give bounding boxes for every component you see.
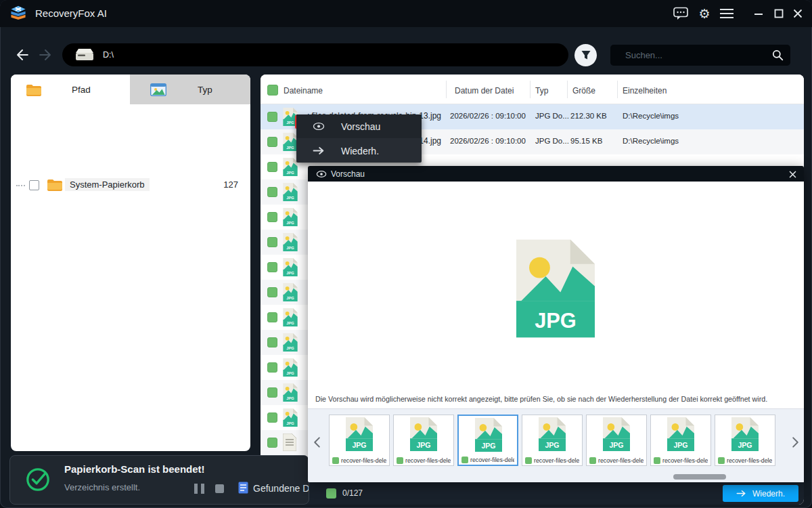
row-checkbox[interactable] <box>267 337 277 347</box>
file-date: 2026/02/26 : 09:10:00 <box>450 112 526 120</box>
tab-typ[interactable]: Typ <box>130 75 250 104</box>
row-checkbox[interactable] <box>267 137 277 147</box>
thumbnail-item[interactable]: recover-files-dele... <box>329 415 390 466</box>
file-size: 95.15 KB <box>570 137 602 145</box>
thumbnail-label: recover-files-dele... <box>534 457 579 464</box>
column-divider <box>617 81 618 98</box>
thumbnail-checkbox[interactable] <box>718 457 725 464</box>
row-checkbox[interactable] <box>267 412 277 423</box>
column-divider <box>446 81 447 98</box>
thumbnail-item[interactable]: recover-files-dele... <box>650 415 711 466</box>
column-datum[interactable]: Datum der Datei <box>455 86 514 96</box>
row-checkbox[interactable] <box>267 162 277 172</box>
file-size: 212.30 KB <box>570 112 607 120</box>
hamburger-icon <box>719 8 734 19</box>
thumbnail-item[interactable]: recover-files-dele... <box>393 415 454 466</box>
column-typ[interactable]: Typ <box>535 86 548 96</box>
jpg-file-icon <box>346 417 373 451</box>
arrow-right-icon <box>736 490 746 497</box>
preview-close-button[interactable] <box>786 168 798 180</box>
filter-button[interactable] <box>574 44 597 66</box>
thumbnail-checkbox[interactable] <box>461 457 468 463</box>
tree-item-checkbox[interactable] <box>29 180 39 190</box>
recover-button-label: Wiederh. <box>752 489 785 499</box>
image-type-icon <box>150 83 166 96</box>
close-button[interactable] <box>789 6 807 21</box>
thumbnails-prev-button[interactable] <box>311 435 322 450</box>
search-input[interactable] <box>610 45 790 66</box>
tab-typ-label: Typ <box>198 85 212 95</box>
row-checkbox[interactable] <box>267 287 277 297</box>
column-einzelheiten[interactable]: Einzelheiten <box>623 86 667 96</box>
jpg-file-icon <box>539 417 566 451</box>
thumbnail-item[interactable]: recover-files-dele... <box>715 415 775 466</box>
row-checkbox[interactable] <box>267 112 277 122</box>
row-checkbox[interactable] <box>267 438 277 448</box>
tree-item-count: 127 <box>223 179 238 190</box>
thumbnails-next-button[interactable] <box>790 435 800 450</box>
close-icon <box>792 8 803 19</box>
row-checkbox[interactable] <box>267 312 277 322</box>
search-icon <box>772 49 784 61</box>
column-dateiname[interactable]: Dateiname <box>284 86 323 96</box>
thumbnail-scrollbar[interactable] <box>673 474 726 480</box>
thumbnail-checkbox[interactable] <box>525 457 532 464</box>
selection-checkbox[interactable] <box>326 488 336 499</box>
jpg-file-icon <box>283 258 298 276</box>
jpg-file-icon <box>283 283 298 301</box>
row-checkbox[interactable] <box>267 187 277 197</box>
thumbnail-item[interactable]: recover-files-dele... <box>457 415 518 466</box>
stop-button[interactable] <box>215 484 224 493</box>
scan-status-subtitle: Verzeichnis erstellt. <box>64 482 140 492</box>
eye-icon <box>316 170 327 178</box>
row-checkbox[interactable] <box>267 387 277 398</box>
row-checkbox[interactable] <box>267 262 277 272</box>
jpg-file-icon <box>283 358 298 377</box>
row-checkbox[interactable] <box>267 212 277 222</box>
thumbnail-checkbox[interactable] <box>332 457 339 464</box>
tree-expander[interactable] <box>16 185 25 186</box>
preview-title: Vorschau <box>331 169 365 179</box>
settings-button[interactable]: ⚙ <box>696 6 713 21</box>
folder-icon <box>47 178 63 191</box>
thumbnail-checkbox[interactable] <box>654 457 660 464</box>
maximize-icon <box>773 8 784 19</box>
thumbnail-item[interactable]: recover-files-dele... <box>522 415 583 466</box>
main-menu-button[interactable] <box>718 6 736 21</box>
pause-button[interactable] <box>194 484 208 494</box>
jpg-file-icon <box>283 383 298 402</box>
feedback-button[interactable] <box>672 6 690 21</box>
selection-count: 0/127 <box>342 488 363 498</box>
jpg-file-icon <box>283 158 298 176</box>
menu-item-wiederherstellen[interactable]: Wiederh. <box>296 139 422 163</box>
row-checkbox[interactable] <box>267 362 277 373</box>
back-button[interactable] <box>12 45 32 65</box>
app-title: RecoveryFox AI <box>35 7 107 19</box>
thumbnail-label: recover-files-dele... <box>727 457 772 464</box>
select-all-checkbox[interactable] <box>267 85 278 96</box>
jpg-file-icon <box>283 233 298 251</box>
tree-item-recycle-bin[interactable]: System-Papierkorb 127 <box>11 176 250 195</box>
column-groesse[interactable]: Größe <box>572 86 595 96</box>
close-icon <box>788 170 797 179</box>
title-bar: RecoveryFox AI ⚙ <box>0 0 812 27</box>
file-date: 2026/02/26 : 09:10:00 <box>450 137 526 145</box>
menu-item-vorschau[interactable]: Vorschau <box>296 114 422 138</box>
minimize-button[interactable] <box>750 6 767 21</box>
thumbnail-item[interactable]: recover-files-dele... <box>586 415 647 466</box>
maximize-button[interactable] <box>770 6 788 21</box>
file-details: D:\Recycle\imgs <box>623 112 679 120</box>
thumbnail-label: recover-files-dele... <box>470 457 514 463</box>
thumbnail-label: recover-files-dele... <box>341 457 386 464</box>
thumbnail-checkbox[interactable] <box>397 457 403 464</box>
forward-button[interactable] <box>35 45 55 65</box>
path-bar[interactable]: D:\ <box>62 43 568 66</box>
recover-button[interactable]: Wiederh. <box>723 485 798 502</box>
row-checkbox[interactable] <box>267 237 277 247</box>
folder-icon <box>26 83 42 96</box>
report-file-icon <box>238 482 248 494</box>
thumbnail-label: recover-files-dele... <box>598 457 644 464</box>
file-details: D:\Recycle\imgs <box>623 137 679 145</box>
thumbnail-checkbox[interactable] <box>589 457 596 464</box>
tab-pfad[interactable]: Pfad <box>11 75 130 104</box>
